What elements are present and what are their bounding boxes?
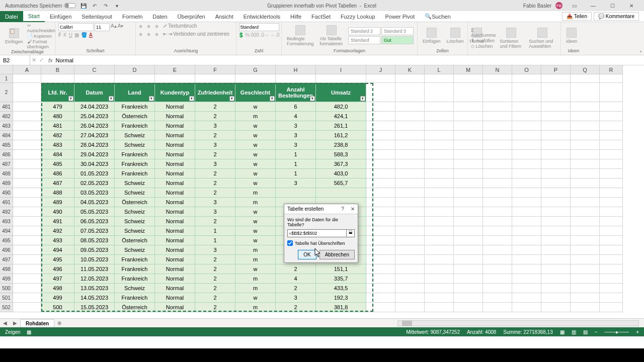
cell[interactable] xyxy=(541,121,571,131)
cell[interactable] xyxy=(395,236,425,245)
cell[interactable] xyxy=(512,303,541,312)
cell[interactable] xyxy=(512,245,541,255)
clear-button[interactable]: ◇ Löschen xyxy=(471,44,496,49)
cell[interactable] xyxy=(454,131,483,140)
row-header[interactable]: 501 xyxy=(0,293,13,303)
table-cell[interactable]: 2 xyxy=(195,217,235,226)
table-cell[interactable]: 481 xyxy=(41,121,74,131)
cell[interactable] xyxy=(13,284,41,293)
cell[interactable] xyxy=(425,159,454,169)
row-header[interactable]: 485 xyxy=(0,140,13,150)
cell[interactable] xyxy=(454,284,483,293)
table-cell[interactable]: Normal xyxy=(155,236,195,245)
table-cell[interactable]: 495 xyxy=(41,255,74,264)
cell[interactable] xyxy=(425,178,454,188)
cell[interactable] xyxy=(366,159,395,169)
cell[interactable] xyxy=(454,169,483,178)
cell[interactable] xyxy=(600,284,623,293)
table-cell[interactable]: 2 xyxy=(276,284,316,293)
filter-dropdown-icon[interactable]: ▾ xyxy=(270,96,275,101)
table-cell[interactable]: Normal xyxy=(155,226,195,236)
cell[interactable] xyxy=(395,150,425,159)
cell[interactable] xyxy=(600,188,623,198)
cell[interactable] xyxy=(454,159,483,169)
cell[interactable] xyxy=(13,198,41,207)
cell[interactable] xyxy=(571,131,600,140)
cell[interactable] xyxy=(512,74,541,83)
table-cell[interactable]: 161,2 xyxy=(316,131,366,140)
cell[interactable] xyxy=(395,102,425,112)
table-header-cell[interactable]: Geschlecht▾ xyxy=(235,83,276,102)
formula-input[interactable]: Normal xyxy=(56,57,73,63)
cell[interactable] xyxy=(483,169,512,178)
table-cell[interactable]: 3 xyxy=(276,121,316,131)
table-cell[interactable]: Schweiz xyxy=(115,245,155,255)
cell[interactable] xyxy=(454,121,483,131)
tab-entwicklertools[interactable]: Entwicklertools xyxy=(238,11,285,22)
cell[interactable] xyxy=(571,245,600,255)
table-cell[interactable]: w xyxy=(235,159,276,169)
cell[interactable] xyxy=(541,226,571,236)
font-size-select[interactable] xyxy=(95,23,110,31)
cut-button[interactable]: ✂ Ausschneiden xyxy=(27,23,56,33)
table-cell[interactable]: Schweiz xyxy=(115,284,155,293)
cell[interactable] xyxy=(454,83,483,102)
cell[interactable] xyxy=(600,169,623,178)
filter-dropdown-icon[interactable]: ▾ xyxy=(189,96,194,101)
cell[interactable] xyxy=(366,102,395,112)
table-cell[interactable]: 4 xyxy=(276,274,316,284)
cell[interactable] xyxy=(366,226,395,236)
save-icon[interactable]: 💾 xyxy=(80,2,87,9)
table-cell[interactable]: w xyxy=(235,226,276,236)
cell[interactable] xyxy=(155,74,195,83)
table-cell[interactable]: 261,1 xyxy=(316,121,366,131)
cell[interactable] xyxy=(541,198,571,207)
cell[interactable] xyxy=(483,150,512,159)
table-cell[interactable]: 06.05.2023 xyxy=(74,217,115,226)
cell[interactable] xyxy=(425,236,454,245)
row-header[interactable]: 2 xyxy=(0,83,13,102)
style-standard2[interactable]: Standard 2 xyxy=(348,27,380,35)
cell[interactable] xyxy=(366,255,395,264)
cell[interactable] xyxy=(366,264,395,274)
table-cell[interactable]: 3 xyxy=(276,293,316,303)
table-cell[interactable]: 2 xyxy=(195,303,235,312)
cell[interactable] xyxy=(366,303,395,312)
cell[interactable] xyxy=(571,188,600,198)
table-cell[interactable]: Normal xyxy=(155,303,195,312)
cell[interactable] xyxy=(454,178,483,188)
cell[interactable] xyxy=(600,198,623,207)
cell[interactable] xyxy=(483,303,512,312)
row-header[interactable]: 489 xyxy=(0,178,13,188)
cell[interactable] xyxy=(395,264,425,274)
cell[interactable] xyxy=(600,112,623,121)
currency-icon[interactable]: 💲 xyxy=(238,32,244,38)
number-format-select[interactable] xyxy=(239,23,279,31)
cell[interactable] xyxy=(395,112,425,121)
table-cell[interactable]: 3 xyxy=(195,121,235,131)
table-cell[interactable]: 2 xyxy=(195,284,235,293)
cell[interactable] xyxy=(512,284,541,293)
tab-einfuegen[interactable]: Einfügen xyxy=(45,11,76,22)
cell[interactable] xyxy=(425,198,454,207)
cell[interactable] xyxy=(13,112,41,121)
table-cell[interactable]: 2 xyxy=(195,169,235,178)
row-header[interactable]: 481 xyxy=(0,102,13,112)
table-cell[interactable] xyxy=(316,188,366,198)
cell[interactable] xyxy=(395,303,425,312)
column-header[interactable]: G xyxy=(235,65,276,74)
table-cell[interactable]: 13.05.2023 xyxy=(74,284,115,293)
cell[interactable] xyxy=(425,217,454,226)
headers-checkbox[interactable] xyxy=(287,240,293,246)
table-cell[interactable]: 2 xyxy=(195,274,235,284)
table-cell[interactable]: 4 xyxy=(276,112,316,121)
cell[interactable] xyxy=(512,264,541,274)
close-button[interactable]: ✕ xyxy=(624,2,639,9)
table-cell[interactable]: Normal xyxy=(155,169,195,178)
cell[interactable] xyxy=(541,284,571,293)
row-header[interactable]: 498 xyxy=(0,264,13,274)
bold-icon[interactable]: F xyxy=(58,32,61,38)
cell[interactable] xyxy=(483,217,512,226)
sheet-nav-next-icon[interactable]: ▶ xyxy=(10,320,20,326)
macro-record-icon[interactable]: ▦ xyxy=(27,329,31,335)
